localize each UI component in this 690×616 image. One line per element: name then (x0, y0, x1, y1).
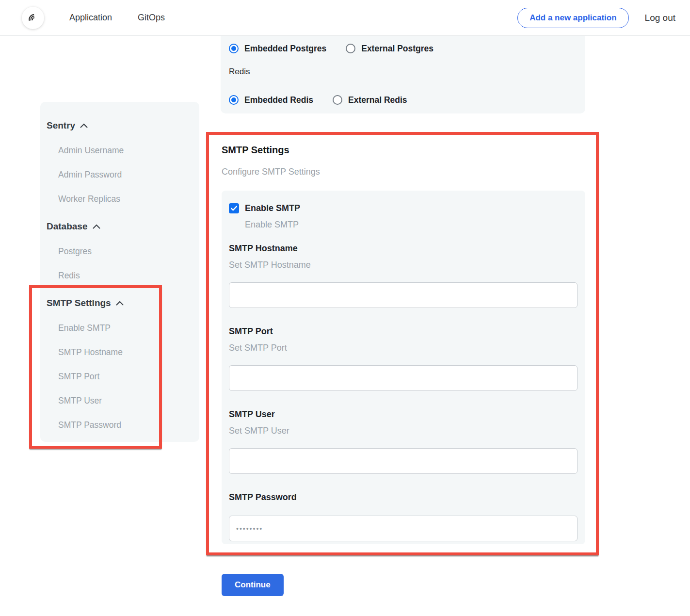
sidebar-item-admin-password[interactable]: Admin Password (58, 170, 199, 181)
embedded-postgres-radio[interactable] (229, 44, 239, 53)
sidebar-item-smtp-user[interactable]: SMTP User (58, 396, 199, 407)
chevron-up-icon (93, 224, 100, 229)
smtp-hostname-helper: Set SMTP Hostname (229, 260, 578, 272)
app-header: Application GitOps Add a new application… (0, 0, 690, 36)
continue-button[interactable]: Continue (222, 574, 284, 596)
embedded-redis-label: Embedded Redis (244, 95, 313, 105)
checkmark-icon (231, 206, 237, 211)
smtp-hostname-input[interactable] (229, 282, 578, 308)
sidebar-item-smtp-password[interactable]: SMTP Password (58, 420, 199, 432)
sidebar-section-sentry-label: Sentry (47, 120, 75, 131)
external-postgres-radio[interactable] (346, 44, 355, 53)
sidebar-item-admin-username[interactable]: Admin Username (58, 146, 199, 157)
chevron-up-icon (116, 301, 124, 306)
nav-gitops[interactable]: GitOps (138, 13, 165, 23)
sidebar-item-smtp-hostname[interactable]: SMTP Hostname (58, 347, 199, 359)
sidebar-section-database[interactable]: Database (47, 221, 199, 232)
smtp-password-label: SMTP Password (229, 492, 578, 504)
database-config-panel: Embedded Postgres External Postgres Redi… (221, 36, 585, 113)
smtp-port-input[interactable] (229, 365, 578, 391)
smtp-user-helper: Set SMTP User (229, 426, 578, 438)
smtp-password-input[interactable] (229, 516, 578, 541)
redis-group-label: Redis (229, 66, 577, 78)
logout-button[interactable]: Log out (645, 13, 675, 23)
sidebar-item-redis[interactable]: Redis (58, 271, 199, 282)
enable-smtp-helper: Enable SMTP (245, 220, 578, 230)
sidebar-section-smtp-label: SMTP Settings (47, 298, 111, 308)
external-postgres-label: External Postgres (361, 44, 433, 54)
nav-application[interactable]: Application (69, 13, 112, 23)
add-application-button[interactable]: Add a new application (517, 8, 628, 28)
smtp-user-input[interactable] (229, 448, 578, 474)
smtp-hostname-label: SMTP Hostname (229, 243, 578, 255)
external-redis-radio[interactable] (333, 95, 342, 105)
sentry-logo-icon[interactable] (22, 7, 44, 29)
smtp-port-helper: Set SMTP Port (229, 343, 578, 355)
sidebar-item-worker-replicas[interactable]: Worker Replicas (58, 194, 199, 206)
enable-smtp-row: Enable SMTP (229, 203, 578, 213)
smtp-user-label: SMTP User (229, 409, 578, 421)
sidebar-item-smtp-port[interactable]: SMTP Port (58, 372, 199, 383)
embedded-postgres-label: Embedded Postgres (244, 44, 326, 54)
smtp-settings-title: SMTP Settings (222, 145, 596, 156)
smtp-port-label: SMTP Port (229, 326, 578, 338)
smtp-settings-section: SMTP Settings Configure SMTP Settings En… (206, 132, 599, 555)
external-redis-label: External Redis (348, 95, 407, 105)
sidebar-section-sentry[interactable]: Sentry (47, 120, 199, 131)
smtp-form-panel: Enable SMTP Enable SMTP SMTP Hostname Se… (222, 191, 585, 544)
smtp-settings-subtitle: Configure SMTP Settings (222, 167, 596, 178)
enable-smtp-label: Enable SMTP (245, 203, 300, 213)
chevron-up-icon (80, 123, 88, 128)
sidebar-section-smtp-settings[interactable]: SMTP Settings (47, 297, 199, 309)
sidebar-section-database-label: Database (47, 221, 88, 232)
postgres-radio-row: Embedded Postgres External Postgres (229, 43, 577, 54)
embedded-redis-radio[interactable] (229, 95, 239, 105)
sidebar-item-postgres[interactable]: Postgres (58, 246, 199, 258)
config-sidebar: Sentry Admin Username Admin Password Wor… (40, 102, 199, 442)
sidebar-item-enable-smtp[interactable]: Enable SMTP (58, 323, 199, 335)
enable-smtp-checkbox[interactable] (229, 203, 239, 213)
redis-radio-row: Embedded Redis External Redis (229, 94, 577, 106)
